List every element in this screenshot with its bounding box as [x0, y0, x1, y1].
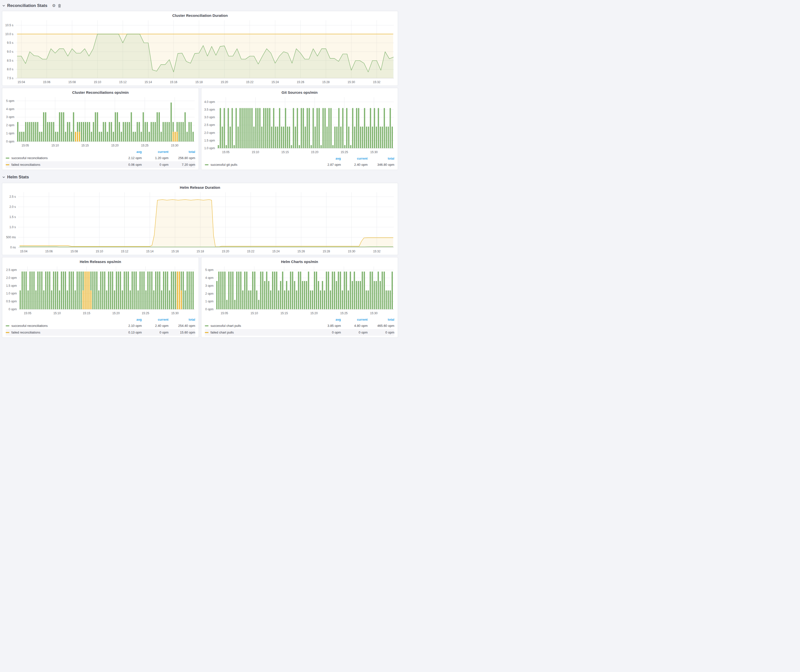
section-header-helm-stats[interactable]: Helm Stats — [2, 173, 398, 181]
panel-title-helm-charts-ops[interactable]: Helm Charts ops/min — [202, 257, 398, 264]
svg-text:0 opm: 0 opm — [205, 307, 213, 311]
svg-text:15:22: 15:22 — [247, 250, 254, 253]
legend-col-total[interactable]: total — [168, 150, 195, 154]
svg-text:15:10: 15:10 — [252, 150, 259, 154]
svg-text:15:32: 15:32 — [373, 250, 381, 253]
svg-text:0 ns: 0 ns — [10, 246, 16, 249]
section-header-reconciliation-stats[interactable]: Reconciliation Stats ⚙ — [2, 2, 398, 10]
panel-title-helm-releases-ops[interactable]: Helm Releases ops/min — [2, 257, 198, 264]
legend-total-value: 465.60 opm — [368, 324, 394, 328]
svg-text:7.5 s: 7.5 s — [7, 77, 13, 80]
legend-col-avg[interactable]: avg — [314, 157, 341, 160]
svg-text:15:08: 15:08 — [68, 80, 76, 84]
series-dash-green — [6, 325, 10, 326]
panel-title-cluster-reconciliation-duration[interactable]: Cluster Reconciliation Duration — [2, 11, 398, 17]
chart-git-sources-ops[interactable]: 15:0515:1015:1515:2015:2515:301.0 opm1.5… — [202, 94, 398, 156]
svg-text:15:25: 15:25 — [341, 150, 348, 154]
legend-col-total[interactable]: total — [368, 157, 394, 160]
svg-text:15:16: 15:16 — [170, 80, 178, 84]
svg-text:15:15: 15:15 — [82, 144, 89, 147]
svg-text:10.5 s: 10.5 s — [5, 24, 13, 27]
chart-cluster-reconciliations-ops[interactable]: 15:0515:1015:1515:2015:2515:300 opm1 opm… — [2, 94, 198, 149]
legend-col-avg[interactable]: avg — [314, 318, 341, 322]
legend-col-current[interactable]: current — [142, 318, 168, 322]
legend-current-value: 2.40 opm — [142, 324, 168, 328]
svg-text:15:14: 15:14 — [144, 80, 152, 84]
svg-text:5 opm: 5 opm — [205, 268, 213, 272]
svg-text:1 opm: 1 opm — [205, 300, 213, 303]
chevron-down-icon[interactable] — [2, 5, 5, 6]
svg-text:3.0 opm: 3.0 opm — [204, 115, 215, 119]
chart-helm-charts-ops[interactable]: 15:0515:1015:1515:2015:2515:300 opm1 opm… — [202, 264, 398, 317]
svg-text:15:10: 15:10 — [96, 250, 103, 253]
legend-header-row: avg current total — [6, 317, 195, 322]
trash-icon[interactable] — [58, 4, 61, 8]
legend-total-value: 15.60 opm — [168, 331, 195, 334]
section-title: Reconciliation Stats — [7, 3, 47, 8]
legend-label[interactable]: successful reconciliations — [6, 156, 115, 160]
legend-label[interactable]: successful chart pulls — [205, 324, 314, 328]
legend-avg-value: 2.87 opm — [314, 163, 341, 166]
legend-col-total[interactable]: total — [168, 318, 195, 322]
panel-title-helm-release-duration[interactable]: Helm Release Duration — [2, 183, 398, 189]
svg-text:8.0 s: 8.0 s — [7, 67, 13, 71]
panel-title-cluster-reconciliations-ops[interactable]: Cluster Reconciliations ops/min — [2, 88, 198, 94]
legend-label[interactable]: successful git pulls — [205, 163, 314, 166]
panel-helm-releases-ops: Helm Releases ops/min 15:0515:1015:1515:… — [2, 257, 199, 338]
svg-text:15:25: 15:25 — [340, 312, 347, 315]
panel-title-git-sources-ops[interactable]: Git Sources ops/min — [202, 88, 398, 94]
svg-text:1.5 opm: 1.5 opm — [6, 284, 17, 288]
grafana-dashboard: Reconciliation Stats ⚙ Cluster Reconcili… — [0, 0, 400, 340]
svg-text:1 opm: 1 opm — [6, 132, 14, 135]
legend-current-value: 0 opm — [142, 331, 168, 334]
legend-col-avg[interactable]: avg — [115, 318, 142, 322]
section-title: Helm Stats — [7, 175, 29, 180]
legend-current-value: 2.40 opm — [341, 163, 368, 166]
svg-text:0 opm: 0 opm — [6, 140, 14, 143]
legend-total-value: 0 opm — [368, 331, 394, 334]
chart-helm-release-duration[interactable]: 15:0415:0615:0815:1015:1215:1415:1615:18… — [2, 189, 398, 255]
legend-row-successful-chart-pulls: successful chart pulls 3.85 opm 4.80 opm… — [205, 322, 394, 329]
legend-label[interactable]: failed chart pulls — [205, 331, 314, 334]
legend-col-avg[interactable]: avg — [115, 150, 142, 154]
svg-text:9.0 s: 9.0 s — [7, 50, 13, 53]
legend-col-current[interactable]: current — [142, 150, 168, 154]
legend-label[interactable]: failed reconciliations — [6, 331, 115, 334]
svg-text:15:20: 15:20 — [221, 80, 228, 84]
legend-col-current[interactable]: current — [341, 157, 368, 160]
svg-text:15:04: 15:04 — [20, 250, 27, 253]
legend-col-total[interactable]: total — [368, 318, 394, 322]
legend-helm-releases: avg current total successful reconciliat… — [2, 317, 198, 338]
svg-text:15:20: 15:20 — [310, 312, 318, 315]
svg-text:500 ms: 500 ms — [6, 235, 16, 239]
svg-text:0 opm: 0 opm — [9, 307, 17, 311]
svg-text:1.0 opm: 1.0 opm — [6, 292, 17, 295]
svg-text:15:05: 15:05 — [24, 312, 31, 315]
svg-text:2.5 opm: 2.5 opm — [204, 123, 215, 127]
legend-cluster-reconciliations: avg current total successful reconciliat… — [2, 149, 198, 170]
svg-text:15:15: 15:15 — [83, 312, 90, 315]
legend-current-value: 4.80 opm — [341, 324, 368, 328]
chevron-down-icon[interactable] — [2, 176, 5, 178]
svg-text:15:15: 15:15 — [281, 150, 289, 154]
legend-label[interactable]: failed reconciliations — [6, 163, 115, 166]
svg-text:3 opm: 3 opm — [205, 284, 213, 288]
svg-text:15:20: 15:20 — [112, 312, 120, 315]
svg-text:15:06: 15:06 — [43, 80, 50, 84]
svg-text:1.0 s: 1.0 s — [10, 226, 16, 229]
legend-total-value: 7.20 opm — [168, 163, 195, 166]
legend-label[interactable]: successful reconciliations — [6, 324, 115, 328]
svg-text:15:25: 15:25 — [141, 144, 149, 147]
legend-git-sources: avg current total successful git pulls 2… — [202, 156, 398, 170]
panel-helm-release-duration: Helm Release Duration 15:0415:0615:0815:… — [2, 183, 398, 255]
chart-helm-releases-ops[interactable]: 15:0515:1015:1515:2015:2515:300 opm0.5 o… — [2, 264, 198, 317]
chart-cluster-reconciliation-duration[interactable]: 15:0415:0615:0815:1015:1215:1415:1615:18… — [2, 17, 398, 86]
legend-current-value: 0 opm — [341, 331, 368, 334]
gear-icon[interactable]: ⚙ — [52, 4, 55, 8]
legend-header-row: avg current total — [205, 156, 394, 161]
legend-col-current[interactable]: current — [341, 318, 368, 322]
legend-header-row: avg current total — [205, 317, 394, 322]
svg-text:15:05: 15:05 — [21, 144, 29, 147]
legend-row-failed-reconciliations: failed reconciliations 0.06 opm 0 opm 7.… — [6, 161, 195, 168]
svg-text:15:28: 15:28 — [323, 250, 330, 253]
